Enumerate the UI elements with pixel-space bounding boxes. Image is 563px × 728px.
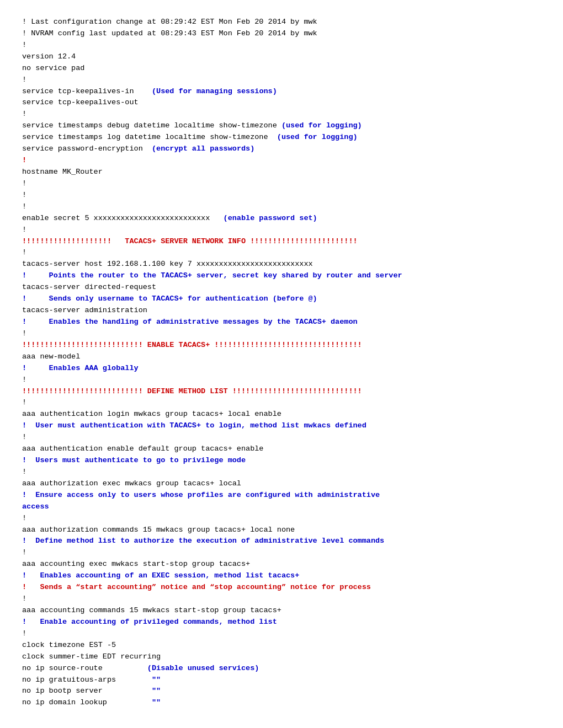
config-line: aaa accounting commands 15 mwkacs start-…	[22, 605, 541, 617]
line-part: service timestamps log datetime localtim…	[22, 133, 277, 141]
line-part: no ip domain lookup	[22, 698, 152, 706]
config-line: ! Enables the handling of administrative…	[22, 317, 541, 328]
config-line: ! Define method list to authorize the ex…	[22, 536, 541, 547]
config-line: tacacs-server administration	[22, 305, 541, 317]
config-line: clock summer-time EDT recurring	[22, 651, 541, 663]
config-line: no ip domain lookup ""	[22, 697, 541, 709]
config-line: !	[22, 547, 541, 559]
line-part: no ip gratuitous-arps	[22, 676, 152, 684]
config-line: clock timezone EST -5	[22, 640, 541, 651]
config-line: !!!!!!!!!!!!!!!!!!!!!!!!!!! ENABLE TACAC…	[22, 340, 541, 351]
config-line: version 12.4	[22, 51, 541, 63]
config-line: !	[22, 74, 541, 86]
config-line: service timestamps log datetime localtim…	[22, 132, 541, 143]
line-part: enable secret 5 xxxxxxxxxxxxxxxxxxxxxxxx…	[22, 214, 224, 222]
config-line: aaa authorization exec mwkacs group taca…	[22, 478, 541, 490]
config-line: service tcp-keepalives-in (Used for mana…	[22, 86, 541, 98]
config-line: ! Enables accounting of an EXEC session,…	[22, 570, 541, 582]
config-line: !	[22, 328, 541, 340]
line-part: no ip bootp server	[22, 687, 152, 695]
config-line: tacacs-server directed-request	[22, 282, 541, 293]
config-line: ! Sends a “start accounting” notice and …	[22, 582, 541, 593]
config-line: ! Enable accounting of privileged comman…	[22, 617, 541, 628]
config-line: aaa authorization commands 15 mwkacs gro…	[22, 524, 541, 536]
line-part: (Used for managing sessions)	[152, 87, 277, 95]
config-line: no ip bootp server ""	[22, 686, 541, 697]
config-line: ! NVRAM config last updated at 08:29:43 …	[22, 28, 541, 40]
config-line: ! Last configuration change at 08:29:42 …	[22, 17, 541, 28]
config-line: service timestamps debug datetime localt…	[22, 120, 541, 132]
config-line: ! Enables AAA globally	[22, 363, 541, 374]
line-part: (encrypt all passwords)	[152, 144, 254, 153]
config-line: !	[22, 190, 541, 201]
config-line: !	[22, 247, 541, 259]
config-line: !	[22, 201, 541, 213]
line-part: no ip source-route	[22, 664, 147, 672]
config-line: aaa accounting exec mwkacs start-stop gr…	[22, 559, 541, 570]
config-line: hostname MK_Router	[22, 167, 541, 178]
config-line: !	[22, 224, 541, 236]
config-line: no ip source-route (Disable unused servi…	[22, 663, 541, 675]
config-line: ! Ensure access only to users whose prof…	[22, 490, 541, 501]
config-line: !	[22, 467, 541, 478]
line-part: (used for logging)	[282, 121, 362, 130]
line-part: service password-encryption	[22, 144, 152, 153]
config-line: enable secret 5 xxxxxxxxxxxxxxxxxxxxxxxx…	[22, 213, 541, 224]
config-line: aaa authentication enable default group …	[22, 443, 541, 455]
config-line: service tcp-keepalives-out	[22, 97, 541, 109]
config-line: ! Points the router to the TACACS+ serve…	[22, 270, 541, 282]
config-line: !	[22, 109, 541, 120]
config-line: !	[22, 40, 541, 51]
config-line: tacacs-server host 192.168.1.100 key 7 x…	[22, 259, 541, 270]
config-line: no service pad	[22, 63, 541, 74]
line-part: service tcp-keepalives-in	[22, 87, 152, 95]
line-part: service timestamps debug datetime localt…	[22, 121, 282, 130]
line-part: ""	[152, 676, 161, 684]
config-line: !!!!!!!!!!!!!!!!!!!! TACACS+ SERVER NETW…	[22, 236, 541, 248]
config-line: no ip gratuitous-arps ""	[22, 675, 541, 686]
config-line: !!!!!!!!!!!!!!!!!!!!!!!!!!! DEFINE METHO…	[22, 386, 541, 398]
config-line: ! Users must authenticate to go to privi…	[22, 455, 541, 467]
config-line: access	[22, 501, 541, 513]
line-part: (used for logging)	[277, 133, 358, 141]
config-line: service password-encryption (encrypt all…	[22, 143, 541, 155]
line-part: (Disable unused services)	[147, 664, 259, 672]
config-line: !	[22, 628, 541, 640]
line-part: ""	[152, 687, 161, 695]
config-block: ! Last configuration change at 08:29:42 …	[22, 17, 541, 709]
config-line: !	[22, 432, 541, 443]
config-line: !	[22, 513, 541, 524]
config-line: !	[22, 397, 541, 409]
line-part: (enable password set)	[224, 214, 317, 222]
config-line: !	[22, 155, 541, 167]
config-line: !	[22, 374, 541, 386]
config-line: aaa new-model	[22, 351, 541, 363]
config-line: !	[22, 178, 541, 190]
config-line: ! Sends only username to TACACS+ for aut…	[22, 293, 541, 305]
config-line: ! User must authentication with TACACS+ …	[22, 420, 541, 432]
config-line: !	[22, 593, 541, 605]
config-line: aaa authentication login mwkacs group ta…	[22, 409, 541, 420]
line-part: ""	[152, 698, 161, 706]
